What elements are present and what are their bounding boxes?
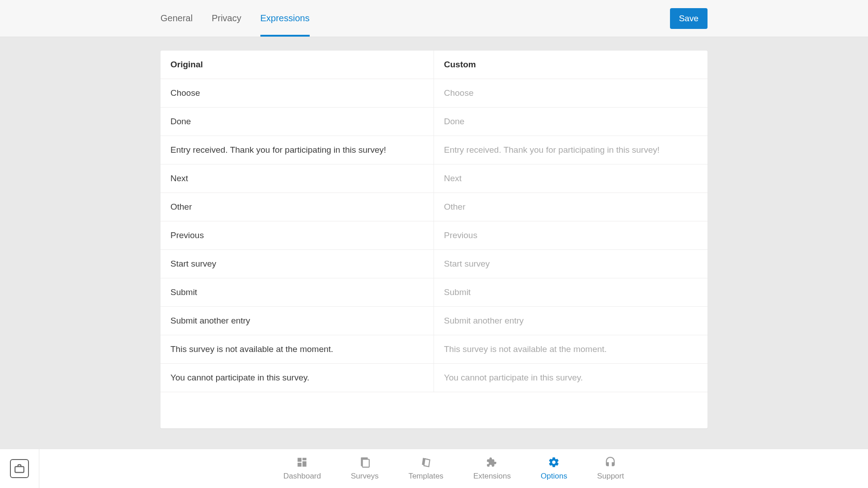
nav-options[interactable]: Options (541, 456, 567, 481)
expressions-card: Original Custom ChooseDoneEntry received… (160, 51, 708, 428)
table-row: You cannot participate in this survey. (160, 364, 708, 392)
custom-input[interactable] (444, 145, 698, 155)
original-cell: Submit (160, 278, 434, 306)
svg-rect-2 (302, 458, 307, 460)
nav-surveys[interactable]: Surveys (351, 456, 378, 481)
custom-input[interactable] (444, 287, 698, 297)
custom-input[interactable] (444, 230, 698, 240)
nav-support[interactable]: Support (597, 456, 624, 481)
table-row: Next (160, 164, 708, 193)
topbar-inner: General Privacy Expressions Save (160, 0, 708, 37)
svg-rect-6 (362, 460, 369, 467)
briefcase-icon (10, 459, 29, 478)
svg-rect-3 (302, 461, 307, 467)
custom-cell (434, 307, 708, 335)
table-row: Done (160, 108, 708, 136)
tab-privacy[interactable]: Privacy (212, 0, 241, 37)
nav-templates[interactable]: Templates (408, 456, 443, 481)
svg-rect-1 (298, 458, 302, 462)
nav-extensions-label: Extensions (473, 472, 511, 481)
table-row: Start survey (160, 250, 708, 278)
svg-rect-0 (15, 467, 24, 473)
nav-options-label: Options (541, 472, 567, 481)
custom-cell (434, 79, 708, 107)
original-cell: Submit another entry (160, 307, 434, 335)
briefcase-wrap[interactable] (0, 449, 39, 488)
bottombar: Dashboard Surveys Templates Extensions O… (0, 449, 868, 488)
custom-cell (434, 193, 708, 221)
custom-cell (434, 136, 708, 164)
surveys-icon (359, 456, 371, 468)
options-icon (548, 456, 560, 468)
nav-templates-label: Templates (408, 472, 443, 481)
header-custom: Custom (434, 51, 708, 79)
custom-cell (434, 221, 708, 249)
custom-input[interactable] (444, 202, 698, 212)
support-icon (604, 456, 616, 468)
table-row: Entry received. Thank you for participat… (160, 136, 708, 164)
table-row: This survey is not available at the mome… (160, 335, 708, 364)
table-header: Original Custom (160, 51, 708, 79)
custom-input[interactable] (444, 316, 698, 326)
svg-rect-4 (298, 463, 302, 467)
custom-cell (434, 164, 708, 192)
original-cell: Choose (160, 79, 434, 107)
original-cell: This survey is not available at the mome… (160, 335, 434, 363)
custom-cell (434, 278, 708, 306)
nav-dashboard[interactable]: Dashboard (283, 456, 321, 481)
custom-input[interactable] (444, 174, 698, 183)
table-row: Submit another entry (160, 307, 708, 335)
dashboard-icon (296, 456, 308, 468)
original-cell: Other (160, 193, 434, 221)
nav-extensions[interactable]: Extensions (473, 456, 511, 481)
save-button[interactable]: Save (670, 8, 708, 29)
tab-general[interactable]: General (160, 0, 193, 37)
original-cell: You cannot participate in this survey. (160, 364, 434, 392)
custom-input[interactable] (444, 88, 698, 98)
table-row: Submit (160, 278, 708, 307)
table-row: Choose (160, 79, 708, 108)
custom-input[interactable] (444, 344, 698, 354)
custom-cell (434, 364, 708, 392)
original-cell: Done (160, 108, 434, 136)
tab-expressions[interactable]: Expressions (260, 0, 310, 37)
nav-dashboard-label: Dashboard (283, 472, 321, 481)
custom-cell (434, 108, 708, 136)
nav-support-label: Support (597, 472, 624, 481)
topbar: General Privacy Expressions Save (0, 0, 868, 37)
original-cell: Next (160, 164, 434, 192)
custom-input[interactable] (444, 259, 698, 269)
custom-input[interactable] (444, 373, 698, 383)
custom-input[interactable] (444, 117, 698, 127)
custom-cell (434, 250, 708, 278)
original-cell: Start survey (160, 250, 434, 278)
custom-cell (434, 335, 708, 363)
extensions-icon (486, 456, 498, 468)
header-original: Original (160, 51, 434, 79)
nav-surveys-label: Surveys (351, 472, 378, 481)
content: Original Custom ChooseDoneEntry received… (0, 37, 868, 428)
original-cell: Entry received. Thank you for participat… (160, 136, 434, 164)
table-row: Previous (160, 221, 708, 250)
bottom-nav: Dashboard Surveys Templates Extensions O… (39, 456, 868, 481)
templates-icon (420, 456, 432, 468)
table-row: Other (160, 193, 708, 221)
original-cell: Previous (160, 221, 434, 249)
tabs: General Privacy Expressions (160, 0, 310, 37)
